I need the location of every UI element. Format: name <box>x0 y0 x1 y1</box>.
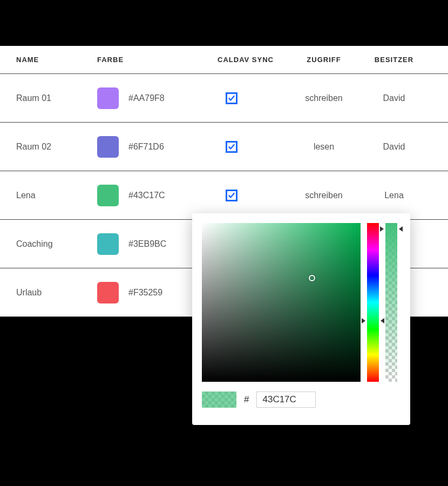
cell-name: Raum 01 <box>16 93 97 103</box>
cell-owner: David <box>362 93 426 103</box>
cell-color: #6F71D6 <box>97 136 205 158</box>
cell-sync <box>205 92 286 104</box>
sv-cursor[interactable] <box>309 275 315 281</box>
header-name: NAME <box>16 56 97 64</box>
cell-access: schreiben <box>286 191 362 200</box>
cell-edit <box>426 91 448 105</box>
color-hex-label: #43C17C <box>128 191 165 200</box>
cell-color: #3EB9BC <box>97 233 205 255</box>
table-row: Raum 02 #6F71D6 lesen David <box>0 123 448 171</box>
hex-input[interactable] <box>256 392 316 408</box>
color-swatch[interactable] <box>97 136 119 158</box>
header-color: FARBE <box>97 56 205 64</box>
cell-name: Lena <box>16 191 97 200</box>
hue-slider[interactable] <box>367 223 379 382</box>
cell-name: Coaching <box>16 239 97 249</box>
cell-owner: Lena <box>362 191 426 200</box>
cell-sync <box>205 190 286 201</box>
header-sync: CALDAV SYNC <box>205 56 286 64</box>
color-swatch[interactable] <box>97 87 119 109</box>
color-picker-popover: # <box>192 213 410 425</box>
cell-edit <box>426 286 448 300</box>
color-preview-swatch <box>202 392 236 408</box>
table-row: Raum 01 #AA79F8 schreiben David <box>0 74 448 123</box>
color-hex-label: #F35259 <box>128 288 162 298</box>
cell-name: Urlaub <box>16 288 97 298</box>
cell-owner: David <box>362 142 426 152</box>
caldav-sync-checkbox[interactable] <box>226 190 237 201</box>
header-access: ZUGRIFF <box>286 56 362 64</box>
saturation-value-field[interactable] <box>202 223 361 382</box>
cell-name: Raum 02 <box>16 142 97 152</box>
color-hex-label: #AA79F8 <box>128 93 165 103</box>
cell-edit <box>426 140 448 154</box>
caldav-sync-checkbox[interactable] <box>226 92 237 104</box>
cell-edit <box>426 188 448 202</box>
cell-color: #AA79F8 <box>97 87 205 109</box>
color-swatch[interactable] <box>97 185 119 206</box>
caldav-sync-checkbox[interactable] <box>226 141 237 153</box>
header-owner: BESITZER <box>362 56 426 64</box>
cell-sync <box>205 141 286 153</box>
table-row: Lena #43C17C schreiben Lena <box>0 171 448 220</box>
table-header-row: NAME FARBE CALDAV SYNC ZUGRIFF BESITZER <box>0 46 448 74</box>
cell-color: #43C17C <box>97 185 205 206</box>
cell-access: schreiben <box>286 93 362 103</box>
alpha-slider[interactable] <box>385 223 397 382</box>
cell-color: #F35259 <box>97 282 205 303</box>
color-hex-label: #3EB9BC <box>128 239 166 249</box>
color-swatch[interactable] <box>97 233 119 255</box>
hex-hash: # <box>244 394 249 405</box>
cell-access: lesen <box>286 142 362 152</box>
cell-edit <box>426 237 448 251</box>
color-hex-label: #6F71D6 <box>128 142 164 152</box>
color-swatch[interactable] <box>97 282 119 303</box>
